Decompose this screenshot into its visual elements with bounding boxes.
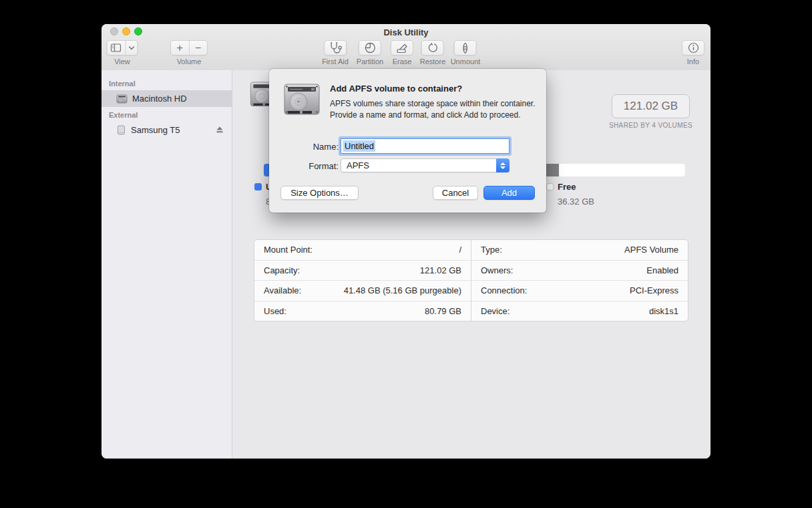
disk-utility-window: Disk Utility View + − Volume (102, 24, 710, 459)
eject-icon[interactable] (216, 126, 224, 134)
used-swatch (254, 183, 262, 190)
detail-row-used: Used: 80.79 GB (254, 301, 471, 322)
view-button[interactable] (107, 40, 138, 55)
cancel-button[interactable]: Cancel (433, 186, 478, 200)
info-tool: Info (682, 40, 704, 66)
detail-value: / (459, 245, 461, 255)
add-apfs-volume-dialog: Add APFS volume to container? APFS volum… (269, 69, 546, 213)
detail-row-owners: Owners: Enabled (471, 261, 688, 281)
partition-button[interactable] (359, 40, 381, 55)
volume-details-table: Mount Point: / Capacity: 121.02 GB Avail… (254, 239, 688, 322)
legend-free: Free 36.32 GB (546, 182, 594, 207)
volume-label: Volume (177, 57, 202, 66)
sidebar-item-samsung-t5[interactable]: Samsung T5 (102, 122, 232, 138)
legend-free-value: 36.32 GB (558, 197, 594, 207)
sidebar-item-label: Samsung T5 (131, 125, 180, 135)
detail-row-mount-point: Mount Point: / (254, 240, 471, 261)
stethoscope-icon (329, 42, 342, 53)
format-dropdown[interactable]: APFS (341, 158, 510, 172)
capacity-box: 121.02 GB (612, 94, 690, 118)
info-icon (688, 42, 699, 53)
volume-tool: + − Volume (170, 40, 208, 66)
detail-label: Owners: (481, 265, 513, 275)
detail-row-available: Available: 41.48 GB (5.16 GB purgeable) (254, 281, 471, 301)
restore-label: Restore (420, 57, 446, 66)
unmount-label: Unmount (451, 57, 481, 66)
title-toolbar: Disk Utility View + − Volume (102, 24, 710, 71)
dialog-body-text: APFS volumes share storage space within … (330, 98, 538, 122)
chevron-down-icon (126, 41, 137, 55)
detail-row-connection: Connection: PCI-Express (471, 281, 688, 301)
format-selected-value: APFS (347, 160, 369, 170)
size-options-button[interactable]: Size Options… (280, 186, 359, 200)
detail-value: APFS Volume (624, 245, 678, 255)
info-button[interactable] (682, 40, 704, 55)
usage-segment-free (559, 164, 685, 176)
detail-value: disk1s1 (649, 306, 678, 316)
restore-button[interactable] (421, 40, 444, 55)
remove-volume-button[interactable]: − (190, 41, 208, 55)
detail-row-type: Type: APFS Volume (471, 240, 688, 261)
first-aid-label: First Aid (322, 57, 349, 66)
detail-value: 121.02 GB (420, 265, 461, 275)
sidebar-section-external: External (102, 107, 232, 122)
dialog-title: Add APFS volume to container? (330, 84, 462, 94)
partition-tool: Partition (357, 40, 383, 66)
detail-row-capacity: Capacity: 121.02 GB (254, 261, 471, 281)
detail-label: Device: (481, 306, 510, 316)
name-field-label: Name: (275, 142, 339, 152)
detail-label: Connection: (481, 285, 527, 295)
detail-label: Available: (264, 285, 301, 295)
unmount-tool: Unmount (451, 40, 481, 66)
info-label: Info (687, 57, 699, 66)
erase-icon (396, 43, 408, 53)
partition-label: Partition (357, 57, 383, 66)
sidebar-item-label: Macintosh HD (132, 94, 187, 104)
hard-drive-icon (282, 82, 321, 118)
legend-free-label: Free (558, 182, 576, 192)
window-title: Disk Utility (102, 27, 710, 37)
internal-drive-icon (116, 94, 128, 104)
add-volume-button[interactable]: + (171, 41, 189, 55)
volume-name-input[interactable]: Untitled (341, 138, 510, 154)
add-button[interactable]: Add (483, 186, 535, 200)
detail-value: Enabled (646, 265, 678, 275)
detail-value: 80.79 GB (425, 306, 461, 316)
external-drive-icon (116, 125, 126, 136)
detail-label: Used: (264, 306, 286, 316)
pie-icon (364, 42, 375, 53)
sidebar-section-internal: Internal (102, 76, 232, 90)
dropdown-stepper-icon (496, 158, 510, 172)
sidebar-toggle-icon (108, 41, 126, 55)
first-aid-button[interactable] (324, 40, 347, 55)
format-field-label: Format: (275, 161, 339, 171)
detail-value: 41.48 GB (5.16 GB purgeable) (344, 285, 461, 295)
detail-label: Type: (481, 245, 502, 255)
view-label: View (114, 57, 130, 66)
restore-tool: Restore (420, 40, 446, 66)
free-swatch (546, 183, 554, 190)
name-input-selected-text: Untitled (343, 140, 375, 152)
capacity-caption: SHARED BY 4 VOLUMES (602, 122, 700, 129)
unmount-icon (461, 42, 469, 54)
volume-segmented-control: + − (170, 40, 208, 55)
unmount-button[interactable] (454, 40, 477, 55)
detail-label: Mount Point: (264, 245, 313, 255)
detail-value: PCI-Express (630, 285, 678, 295)
view-tool: View (107, 40, 138, 66)
erase-label: Erase (393, 57, 412, 66)
sidebar-item-macintosh-hd[interactable]: Macintosh HD (102, 90, 232, 107)
detail-row-device: Device: disk1s1 (471, 301, 688, 322)
erase-button[interactable] (391, 40, 413, 55)
erase-tool: Erase (391, 40, 413, 66)
first-aid-tool: First Aid (322, 40, 349, 66)
detail-label: Capacity: (264, 265, 300, 275)
restore-icon (427, 42, 439, 53)
sidebar: Internal Macintosh HD External (102, 70, 232, 459)
usage-segment-other (546, 164, 559, 176)
